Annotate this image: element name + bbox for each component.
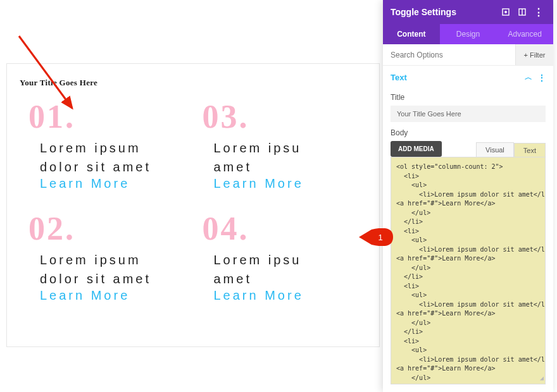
settings-panel: Toggle Settings ⋮ Content Design Advance… — [383, 0, 553, 392]
body-field-label: Body — [391, 128, 546, 137]
search-row: + Filter — [383, 44, 553, 66]
code-content: <ol style="column-count: 2"> <li> <ul> <… — [396, 163, 546, 384]
drag-handle-icon[interactable] — [499, 5, 513, 19]
list-text: Lorem ipsum dolor sit amet — [40, 138, 187, 176]
mode-text-tab[interactable]: Text — [514, 143, 546, 157]
learn-more-link[interactable]: Learn More — [214, 288, 304, 303]
tab-content[interactable]: Content — [383, 24, 440, 44]
list-text: Lorem ipsum dolor sit amet — [40, 250, 187, 288]
list-text: Lorem ipsuamet — [214, 250, 361, 288]
expand-icon[interactable] — [515, 5, 529, 19]
callout-number: 1 — [378, 233, 382, 242]
body-code-editor[interactable]: <ol style="column-count: 2"> <li> <ul> <… — [391, 157, 546, 384]
toggle-title: Your Title Goes Here — [20, 78, 366, 88]
list-item: 02. Lorem ipsum dolor sit amet Learn Mor… — [20, 212, 193, 317]
list-number: 03. — [203, 101, 367, 133]
list-number: 04. — [203, 212, 367, 245]
svg-point-2 — [505, 11, 506, 13]
learn-more-link[interactable]: Learn More — [40, 288, 130, 303]
title-input[interactable] — [391, 106, 546, 122]
learn-more-link[interactable]: Learn More — [40, 176, 130, 191]
section-text: Text ︿ ⋮ Title Body ADD MEDIA Visual Tex… — [383, 66, 553, 384]
body-toolbar: ADD MEDIA Visual Text — [391, 141, 546, 157]
section-header[interactable]: Text ︿ ⋮ — [391, 72, 546, 87]
title-field-label: Title — [391, 93, 546, 102]
list-item: 04. Lorem ipsuamet Learn More — [194, 212, 367, 317]
panel-header: Toggle Settings ⋮ — [383, 0, 553, 24]
chevron-up-icon: ︿ — [525, 72, 532, 83]
annotation-callout: 1 — [359, 228, 393, 246]
more-icon[interactable]: ⋮ — [532, 5, 546, 19]
list-item: 01. Lorem ipsum dolor sit amet Learn Mor… — [20, 101, 193, 205]
resize-handle-icon[interactable]: ◢ — [540, 374, 544, 383]
add-media-button[interactable]: ADD MEDIA — [391, 141, 442, 157]
filter-button[interactable]: + Filter — [515, 44, 553, 65]
editor-mode-tabs: Visual Text — [476, 142, 546, 157]
plus-icon: + — [524, 51, 528, 59]
tab-advanced[interactable]: Advanced — [496, 24, 553, 44]
filter-label: Filter — [530, 51, 545, 59]
search-input[interactable] — [383, 44, 515, 65]
ordered-list-columns: 01. Lorem ipsum dolor sit amet Learn Mor… — [20, 101, 366, 324]
panel-tabs: Content Design Advanced — [383, 24, 553, 44]
list-item: 03. Lorem ipsuamet Learn More — [194, 101, 367, 205]
list-number: 01. — [28, 101, 193, 133]
learn-more-link[interactable]: Learn More — [214, 176, 304, 191]
panel-title: Toggle Settings — [391, 7, 496, 17]
list-column-right: 03. Lorem ipsuamet Learn More 04. Lorem … — [194, 101, 367, 324]
tab-design[interactable]: Design — [440, 24, 497, 44]
section-title: Text — [391, 73, 407, 82]
list-number: 02. — [28, 212, 193, 245]
list-column-left: 01. Lorem ipsum dolor sit amet Learn Mor… — [20, 101, 193, 324]
mode-visual-tab[interactable]: Visual — [476, 142, 514, 157]
preview-canvas: Your Title Goes Here 01. Lorem ipsum dol… — [6, 63, 380, 347]
list-text: Lorem ipsuamet — [214, 138, 361, 176]
section-more-icon[interactable]: ⋮ — [537, 73, 546, 83]
